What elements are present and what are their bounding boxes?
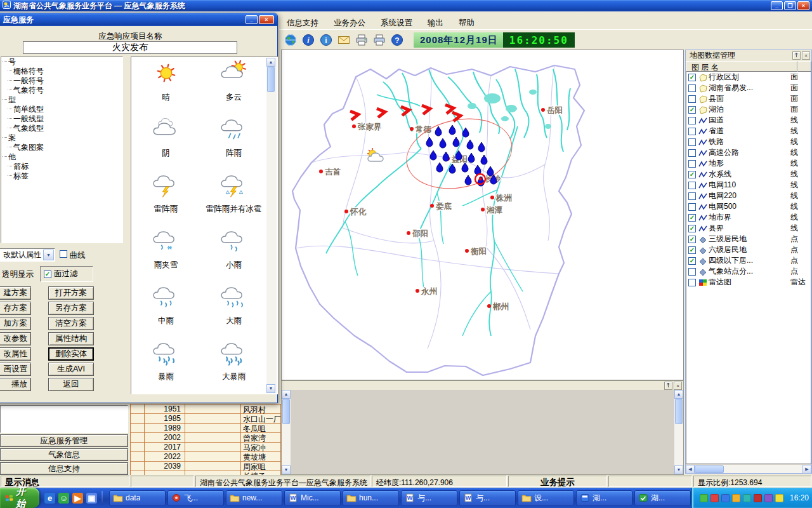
symbol-vscrollbar[interactable]: ▲ ▼ (266, 58, 277, 393)
layer-checkbox[interactable]: ✓ (688, 214, 696, 222)
project-name-input[interactable] (23, 41, 237, 54)
layer-row-11[interactable]: 电网110线 (686, 180, 811, 190)
face-filter-checkbox[interactable]: ✓ (44, 271, 51, 278)
menu-item-5[interactable]: 帮助 (451, 17, 482, 30)
scroll-down-icon[interactable]: ▼ (282, 465, 291, 474)
tray-icon-1[interactable] (700, 494, 708, 502)
hscroll-thumb[interactable] (695, 465, 724, 473)
left-panel-button-2[interactable]: 气象信息 (0, 448, 128, 461)
transparent-checkbox-row[interactable]: 透明显示 (2, 269, 34, 280)
dialog-button-right-5[interactable]: 删除实体 (48, 347, 94, 361)
left-panel-button-3[interactable]: 信息支持 (0, 462, 128, 475)
weather-symbol-rain-2[interactable]: 中雨 (152, 284, 181, 340)
dialog-titlebar[interactable]: 应急服务 _ × (0, 13, 277, 26)
scroll-up-icon[interactable]: ▲ (674, 390, 683, 399)
layer-row-3[interactable]: 县面面 (686, 93, 811, 104)
tree-item-7[interactable]: 一般线型 (1, 114, 122, 124)
table-row-6[interactable]: 2022黄坡塘 (131, 452, 281, 462)
scroll-down-icon[interactable]: ▼ (266, 384, 275, 393)
layer-panel-hscrollbar[interactable]: ◀ ▶ (686, 464, 811, 473)
message-vscrollbar[interactable]: ▲ ▼ (674, 390, 683, 474)
tree-item-13[interactable]: 标签 (1, 171, 122, 181)
taskbar-task-1[interactable]: data (109, 490, 166, 506)
pin-icon[interactable] (792, 51, 801, 60)
mail-icon[interactable] (336, 32, 351, 48)
dialog-button-left-3[interactable]: 加方案 (0, 317, 31, 330)
hunan-map[interactable]: 岳阳张家界常德益阳长沙吉首娄底株洲湘潭怀化邵阳衡阳永州郴州 (282, 50, 683, 380)
layer-checkbox[interactable]: ✓ (688, 246, 696, 254)
table-row-4[interactable]: 2002曾家湾 (131, 433, 281, 443)
left-panel-button-1[interactable]: 应急服务管理 (0, 434, 128, 447)
maximize-button[interactable]: ❐ (784, 1, 796, 10)
dialog-minimize-button[interactable]: _ (246, 15, 258, 24)
dialog-button-left-4[interactable]: 改参数 (0, 332, 31, 345)
layer-row-19[interactable]: 气象站点分...点 (686, 266, 811, 277)
face-filter-group[interactable]: ✓ 面过滤 (40, 266, 93, 282)
layer-row-16[interactable]: ✓三级居民地点 (686, 234, 811, 244)
layer-checkbox[interactable]: ✓ (688, 74, 696, 81)
layer-checkbox[interactable] (688, 117, 696, 124)
taskbar-task-6[interactable]: W与... (401, 490, 457, 506)
taskbar-clock[interactable]: 16:20 (790, 493, 809, 502)
layer-checkbox[interactable] (688, 192, 696, 200)
layer-checkbox[interactable] (688, 203, 696, 211)
layer-row-14[interactable]: ✓地市界线 (686, 212, 811, 223)
dialog-button-right-1[interactable]: 打开方案 (48, 286, 94, 300)
column-header-layer-name[interactable]: 图 层 名 (686, 61, 797, 72)
info-icon[interactable]: i (301, 32, 316, 48)
layer-row-2[interactable]: 湖南省易发...面 (686, 83, 811, 93)
dialog-button-left-2[interactable]: 存方案 (0, 302, 31, 315)
layer-row-7[interactable]: 铁路线 (686, 137, 811, 147)
layer-row-13[interactable]: 电网500线 (686, 201, 811, 212)
weather-symbol-thunder-hail[interactable]: 雷阵雨并有冰雹 (206, 172, 262, 228)
weather-symbol-thunder[interactable]: 雷阵雨 (152, 172, 181, 228)
weather-symbol-rain-4[interactable]: 暴雨 (152, 340, 181, 394)
layer-row-17[interactable]: ✓六级居民地点 (686, 244, 811, 255)
symbol-tree[interactable]: 号栅格符号一般符号气象符号型简单线型一般线型气象线型案气象图案他箭标标签 (1, 57, 123, 243)
globe-icon[interactable] (283, 32, 298, 48)
tree-item-8[interactable]: 气象线型 (1, 124, 122, 133)
table-row-5[interactable]: 2017马家冲 (131, 443, 281, 452)
curve-checkbox-row[interactable]: 曲线 (60, 250, 85, 261)
layer-row-9[interactable]: 地形线 (686, 158, 811, 169)
dialog-close-button[interactable]: × (259, 15, 274, 24)
weather-symbol-rain-3[interactable]: 大雨 (219, 284, 249, 340)
tray-icon-3[interactable] (721, 494, 730, 502)
layer-row-10[interactable]: ✓水系线线 (686, 169, 811, 180)
dialog-button-right-7[interactable]: 返回 (48, 378, 94, 391)
tree-item-2[interactable]: 栅格符号 (1, 67, 122, 76)
layer-checkbox[interactable] (688, 128, 696, 135)
tree-item-5[interactable]: 型 (1, 95, 122, 105)
weather-symbol-sleet[interactable]: 雨夹雪 (152, 228, 181, 284)
tree-item-4[interactable]: 气象符号 (1, 86, 122, 95)
layer-checkbox[interactable] (688, 182, 696, 189)
pin-icon[interactable] (664, 382, 672, 390)
weather-symbol-overcast[interactable]: 阴 (152, 116, 181, 172)
start-button[interactable]: 开始 (0, 488, 39, 508)
table-row-2[interactable]: 1985水口山一厂 (131, 414, 281, 424)
layer-checkbox[interactable]: ✓ (688, 236, 696, 243)
taskbar-task-3[interactable]: new... (226, 490, 282, 506)
minimize-button[interactable]: _ (771, 1, 783, 10)
layer-row-20[interactable]: 雷达图雷达 (686, 277, 811, 288)
layer-checkbox[interactable] (688, 279, 696, 286)
layer-row-8[interactable]: 高速公路线 (686, 147, 811, 158)
close-button[interactable]: × (797, 1, 809, 10)
dialog-button-right-4[interactable]: 属性结构 (48, 332, 94, 345)
station-table[interactable]: 1951风羽村1985水口山一厂1989冬瓜咀2002曾家湾2017马家冲202… (130, 404, 281, 475)
messenger-icon[interactable]: ☺ (58, 493, 69, 504)
column-more-button[interactable] (797, 61, 811, 72)
weather-symbol-cloud-sun[interactable]: 多云 (219, 60, 249, 116)
layer-checkbox[interactable] (688, 160, 696, 168)
scroll-left-icon[interactable]: ◀ (686, 465, 695, 474)
export-icon[interactable] (372, 32, 387, 48)
taskbar-task-10[interactable]: 湖... (634, 490, 691, 506)
layer-row-18[interactable]: ✓四级以下居...点 (686, 255, 811, 266)
tray-icon-2[interactable] (710, 494, 719, 502)
layer-row-1[interactable]: ✓行政区划面 (686, 72, 811, 83)
layer-row-6[interactable]: 省道线 (686, 126, 811, 137)
table-row-1[interactable]: 1951风羽村 (131, 404, 281, 414)
weather-symbol-shower[interactable]: 阵雨 (219, 116, 249, 172)
weather-symbol-sun[interactable]: 晴 (152, 60, 181, 116)
show-desktop-icon[interactable]: ▣ (86, 493, 97, 504)
